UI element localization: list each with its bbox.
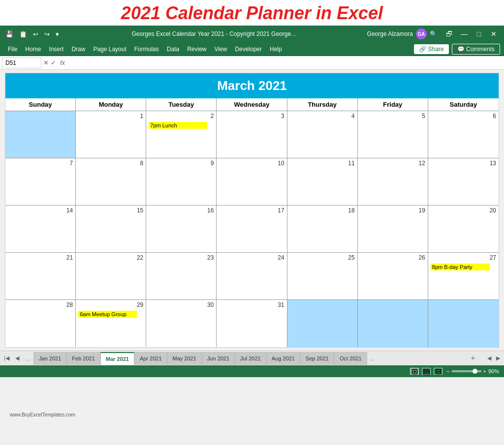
calendar-cell-w1-d2[interactable]: 1 bbox=[76, 111, 146, 158]
menu-file[interactable]: File bbox=[4, 44, 21, 54]
fx-label: fx bbox=[58, 59, 67, 66]
calendar-cell-w2-d2[interactable]: 8 bbox=[76, 158, 146, 205]
calendar-event-w5-d2[interactable]: 6am Meetup Group bbox=[78, 311, 137, 318]
calendar-cell-w4-d7[interactable]: 278pm B-day Party bbox=[428, 253, 499, 299]
formula-icons: ✕ ✓ fx bbox=[43, 59, 67, 66]
page-layout-view-button[interactable]: ▤ bbox=[422, 368, 431, 375]
zoom-out-button[interactable]: − bbox=[446, 368, 449, 374]
calendar-cell-w5-d1[interactable]: 28 bbox=[5, 300, 76, 347]
calendar-cell-w5-d7[interactable] bbox=[428, 300, 499, 347]
calendar-cell-w4-d4[interactable]: 24 bbox=[217, 253, 287, 299]
save-icon[interactable]: 💾 bbox=[4, 30, 15, 39]
window-title: Georges Excel Calendar Year 2021 - Copyr… bbox=[61, 30, 367, 37]
cell-reference[interactable] bbox=[2, 58, 41, 68]
calendar-event-w4-d7[interactable]: 8pm B-day Party bbox=[431, 264, 490, 270]
window-controls: 🗗 — □ ✕ bbox=[443, 29, 500, 39]
calendar-cell-w2-d4[interactable]: 10 bbox=[217, 158, 287, 205]
day-header-wednesday: Wednesday bbox=[217, 98, 287, 111]
zoom-level: 90% bbox=[488, 368, 499, 374]
calendar-cell-w3-d4[interactable]: 17 bbox=[217, 206, 287, 252]
undo-icon[interactable]: ↩ bbox=[32, 30, 40, 39]
calendar-cell-w2-d5[interactable]: 11 bbox=[287, 158, 358, 205]
sheet-tab-more[interactable]: ... bbox=[367, 356, 378, 361]
calendar-cell-w4-d1[interactable]: 21 bbox=[5, 253, 76, 299]
calendar-cell-w1-d7[interactable]: 6 bbox=[428, 111, 499, 158]
calendar-cell-w2-d3[interactable]: 9 bbox=[146, 158, 217, 205]
share-button[interactable]: 🔗 Share bbox=[414, 44, 448, 54]
day-number-w4-d1: 21 bbox=[8, 254, 73, 262]
menu-view[interactable]: View bbox=[211, 44, 231, 54]
scroll-left-button[interactable]: ◀ bbox=[485, 354, 493, 362]
sheet-tab-aug-2021[interactable]: Aug 2021 bbox=[266, 352, 300, 365]
page-break-view-button[interactable]: ⊟ bbox=[434, 368, 442, 375]
dropdown-icon[interactable]: ▾ bbox=[54, 30, 61, 39]
sheet-tab-may-2021[interactable]: May 2021 bbox=[167, 352, 202, 365]
minimize-button[interactable]: — bbox=[458, 29, 471, 39]
day-number-w1-d7: 6 bbox=[431, 113, 496, 120]
save-icon2[interactable]: 📋 bbox=[18, 30, 29, 39]
calendar-cell-w1-d3[interactable]: 27pm Lunch bbox=[146, 111, 217, 158]
sheet-tab-apr-2021[interactable]: Apr 2021 bbox=[134, 352, 167, 365]
sheet-tab-sep-2021[interactable]: Sep 2021 bbox=[300, 352, 334, 365]
sheet-tab-mar-2021[interactable]: Mar 2021 bbox=[100, 352, 134, 365]
sheet-tab-jan-2021[interactable]: Jan 2021 bbox=[33, 352, 66, 365]
calendar-cell-w1-d5[interactable]: 4 bbox=[287, 111, 358, 158]
calendar-cell-w2-d1[interactable]: 7 bbox=[5, 158, 76, 205]
scroll-right-button[interactable]: ▶ bbox=[494, 354, 502, 362]
maximize-button[interactable]: □ bbox=[472, 29, 485, 39]
month-title: March 2021 bbox=[5, 78, 499, 93]
calendar-cell-w3-d3[interactable]: 16 bbox=[146, 206, 217, 252]
avatar: GA bbox=[416, 29, 427, 39]
calendar-cell-w3-d1[interactable]: 14 bbox=[5, 206, 76, 252]
restore-window-button[interactable]: 🗗 bbox=[443, 29, 456, 39]
comments-button[interactable]: 💬 Comments bbox=[452, 44, 500, 55]
tab-more-left[interactable]: ... bbox=[23, 355, 32, 362]
calendar-cell-w3-d7[interactable]: 20 bbox=[428, 206, 499, 252]
close-button[interactable]: ✕ bbox=[487, 29, 500, 39]
sheet-tab-jun-2021[interactable]: Jun 2021 bbox=[202, 352, 235, 365]
sheet-tab-jul-2021[interactable]: Jul 2021 bbox=[235, 352, 266, 365]
menu-home[interactable]: Home bbox=[21, 44, 45, 54]
confirm-formula-icon[interactable]: ✓ bbox=[51, 59, 56, 66]
normal-view-button[interactable]: ⊞ bbox=[410, 368, 419, 375]
calendar-cell-w4-d2[interactable]: 22 bbox=[76, 253, 146, 299]
search-icon[interactable]: 🔍 bbox=[430, 30, 437, 37]
calendar-cell-w4-d3[interactable]: 23 bbox=[146, 253, 217, 299]
calendar-event-w1-d3[interactable]: 7pm Lunch bbox=[149, 122, 207, 129]
calendar-cell-w5-d2[interactable]: 296am Meetup Group bbox=[76, 300, 146, 347]
calendar-cell-w4-d6[interactable]: 26 bbox=[358, 253, 428, 299]
sheet-tab-feb-2021[interactable]: Feb 2021 bbox=[66, 352, 100, 365]
calendar-cell-w4-d5[interactable]: 25 bbox=[287, 253, 358, 299]
tab-scroll-prev[interactable]: ◀ bbox=[13, 354, 21, 362]
zoom-slider[interactable] bbox=[452, 370, 481, 372]
calendar-cell-w5-d5[interactable] bbox=[287, 300, 358, 347]
calendar-cell-w3-d5[interactable]: 18 bbox=[287, 206, 358, 252]
calendar-cell-w1-d1[interactable] bbox=[5, 111, 76, 158]
calendar-cell-w1-d4[interactable]: 3 bbox=[217, 111, 287, 158]
calendar-cell-w1-d6[interactable]: 5 bbox=[358, 111, 428, 158]
tab-scroll-first[interactable]: |◀ bbox=[2, 354, 11, 362]
sheet-tab-oct-2021[interactable]: Oct 2021 bbox=[334, 352, 367, 365]
menu-formulas[interactable]: Formulas bbox=[130, 44, 163, 54]
menu-developer[interactable]: Developer bbox=[231, 44, 266, 54]
menu-review[interactable]: Review bbox=[183, 44, 210, 54]
add-sheet-button[interactable]: ＋ bbox=[467, 353, 479, 363]
menu-page-layout[interactable]: Page Layout bbox=[89, 44, 130, 54]
menu-draw[interactable]: Draw bbox=[67, 44, 89, 54]
redo-icon[interactable]: ↪ bbox=[43, 30, 51, 39]
calendar-cell-w5-d3[interactable]: 30 bbox=[146, 300, 217, 347]
calendar-cell-w5-d6[interactable] bbox=[358, 300, 428, 347]
menu-data[interactable]: Data bbox=[163, 44, 183, 54]
calendar-cell-w2-d6[interactable]: 12 bbox=[358, 158, 428, 205]
day-header-sunday: Sunday bbox=[5, 98, 76, 111]
menu-insert[interactable]: Insert bbox=[45, 44, 67, 54]
zoom-in-button[interactable]: + bbox=[483, 368, 486, 374]
formula-input[interactable] bbox=[69, 59, 502, 67]
zoom-slider-thumb[interactable] bbox=[472, 369, 477, 374]
calendar-cell-w5-d4[interactable]: 31 bbox=[217, 300, 287, 347]
calendar-cell-w3-d2[interactable]: 15 bbox=[76, 206, 146, 252]
calendar-cell-w3-d6[interactable]: 19 bbox=[358, 206, 428, 252]
cancel-formula-icon[interactable]: ✕ bbox=[43, 59, 49, 66]
menu-help[interactable]: Help bbox=[266, 44, 286, 54]
calendar-cell-w2-d7[interactable]: 13 bbox=[428, 158, 499, 205]
